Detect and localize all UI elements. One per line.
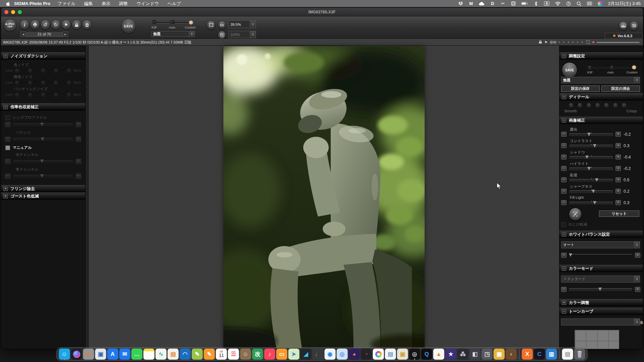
dock-messages[interactable]: … [131,349,143,360]
collapse-icon[interactable]: − [562,54,566,58]
dock-office-folder[interactable]: ▦ [494,349,505,360]
lock-status-icon[interactable] [539,40,542,45]
minus-button[interactable]: − [561,143,567,148]
loupe-zoom-dropdown[interactable]: 100% [228,31,256,38]
dock-x-app[interactable]: X [522,349,533,360]
fit-to-window-button[interactable] [206,20,216,30]
minus-button[interactable]: − [561,132,567,137]
dock-safari[interactable]: ◉ [325,349,336,360]
dock-reminders[interactable]: ☰ [228,349,239,360]
plus-button[interactable]: + [615,132,621,137]
lens-profile-checkbox[interactable] [5,115,10,120]
detail-slider[interactable] [569,103,627,107]
thumbnail-slider[interactable] [597,42,640,43]
malwarebytes-icon[interactable]: M [469,1,473,6]
collapse-icon[interactable]: − [562,118,566,123]
onedrive-icon[interactable] [479,1,484,6]
dock-ledger-book[interactable]: 改 [252,349,263,360]
detail-dot[interactable] [587,103,591,107]
ハイライト-slider[interactable] [570,167,613,171]
no-color-icon[interactable] [586,40,590,45]
expand-icon[interactable]: + [3,194,8,198]
dock-dolphin-db[interactable]: ◠ [180,349,191,360]
dock-photos[interactable] [373,349,384,360]
minus-button[interactable]: − [5,159,10,164]
plus-button[interactable]: + [615,200,621,205]
dock-photo-booth[interactable]: ▣ [397,349,408,360]
mode-x3f-dot[interactable] [588,65,592,69]
speaker-grille-icon[interactable] [511,1,516,6]
輝度ノイズ-slider[interactable] [15,80,71,85]
menubar-menu-5[interactable]: ヘルプ [168,1,181,7]
detail-dot[interactable] [595,103,600,107]
dock-notes[interactable] [144,349,155,360]
plus-button[interactable]: + [615,189,621,194]
detail-dot[interactable] [569,103,574,107]
menubar-clock[interactable]: 2月11日(土) 3:45 [608,1,641,7]
minus-button[interactable]: − [5,174,10,179]
jpeg-tiff-export-button[interactable]: ▶JPEGTIFF [4,19,16,32]
slider-dot[interactable] [67,80,71,85]
dock-app-nine[interactable]: 9 [83,349,94,360]
dock-books[interactable]: ▭ [276,349,287,360]
panel-gutter[interactable] [86,46,89,349]
slider-dot[interactable] [15,92,19,97]
dock-mail[interactable]: ✉ [119,349,130,360]
dock-archive-app[interactable]: ◗ [506,349,517,360]
color-mode-stepper[interactable] [634,276,640,282]
tone-curve-grid[interactable] [575,330,619,349]
dock-contacts[interactable]: ☺ [240,349,251,360]
battery-icon[interactable] [521,1,528,6]
clear-settings-button[interactable]: 設定の消去 [601,85,640,92]
delete-button[interactable] [82,20,92,30]
minus-button[interactable]: − [5,122,10,127]
slider-dot[interactable] [28,80,33,85]
apple-menu-icon[interactable] [6,1,10,6]
collapse-icon[interactable]: − [562,95,566,99]
white-balance-dropdown[interactable]: オート [561,241,640,248]
image-canvas[interactable] [89,46,559,349]
dock-firefox[interactable]: ◕ [349,349,360,360]
dock-apple-maps[interactable]: ➤ [288,349,300,360]
wifi-icon[interactable] [555,1,560,6]
detail-dot[interactable] [622,103,627,107]
control-center-icon[interactable] [587,1,592,6]
plus-button[interactable]: + [76,159,81,164]
detail-dot[interactable] [613,103,618,107]
menubar-menu-4[interactable]: ウインドウ [137,1,159,7]
side-tab-label[interactable]: 像 [640,320,643,325]
siri-icon[interactable] [598,1,602,6]
detail-dot[interactable] [604,103,609,107]
dock-freeform[interactable]: ∿ [156,349,167,360]
info-button[interactable]: i [19,20,30,30]
dock-app-store[interactable]: A [107,349,118,360]
scissors-icon[interactable]: ✂ [500,1,505,6]
bluetooth-icon[interactable] [534,1,538,6]
dock-dark-geometric-app[interactable]: ◢ [301,349,312,360]
search-icon[interactable] [577,1,581,6]
コントラスト-slider[interactable] [570,144,613,148]
blue-channel-slider[interactable] [13,174,73,178]
slider-dot[interactable] [67,92,71,97]
dock-mindmap[interactable]: ✎ [192,349,203,360]
rating-dots[interactable]: • • • • • • [559,41,584,44]
flag-button[interactable]: ⚑ [61,20,71,30]
dock-sigma-photo-pro[interactable]: ◎ [409,349,420,360]
plus-button[interactable]: + [76,137,81,142]
dock-virtualbox[interactable]: ▣ [95,349,106,360]
dock-chromium[interactable]: ◎ [337,349,348,360]
preset-stepper[interactable] [189,32,195,37]
plus-button[interactable]: + [76,174,81,179]
plus-button[interactable]: + [615,155,621,160]
collapse-icon[interactable]: − [3,54,8,58]
balance-slider[interactable] [13,137,73,141]
save-settings-button[interactable]: 設定の保存 [561,85,600,92]
preset-dropdown[interactable]: 無題 [151,31,195,37]
panel-save-button[interactable]: SAVE [562,62,577,78]
collapse-icon[interactable]: − [562,232,566,237]
expand-icon[interactable]: + [3,187,8,191]
Fill Light-slider[interactable] [570,201,613,205]
d-dock-icon[interactable]: D [490,1,495,6]
detail-dot[interactable] [578,103,582,107]
menubar-menu-1[interactable]: 編集 [84,1,93,7]
